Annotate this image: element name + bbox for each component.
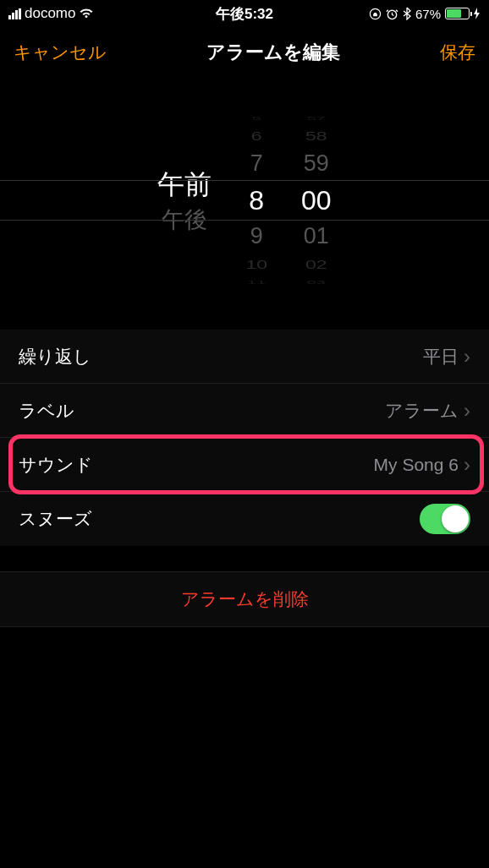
repeat-label: 繰り返し [19, 345, 91, 368]
save-button[interactable]: 保存 [440, 41, 475, 64]
minute-option: 03 [307, 281, 326, 284]
ampm-option: 午後 [162, 205, 207, 237]
status-right: 67% [369, 7, 481, 21]
cancel-button[interactable]: キャンセル [14, 41, 107, 64]
minute-option: 01 [304, 221, 329, 253]
hour-option: 5 [252, 117, 261, 120]
snooze-toggle[interactable] [420, 504, 470, 534]
label-label: ラベル [19, 399, 74, 423]
hour-option: 7 [250, 148, 263, 180]
hour-column[interactable]: 5 6 7 8 9 10 11 [245, 112, 267, 288]
label-row[interactable]: ラベル アラーム › [0, 384, 489, 438]
svg-rect-1 [373, 14, 377, 16]
hour-option: 9 [250, 221, 263, 253]
label-value: アラーム [385, 399, 459, 423]
sound-label: サウンド [19, 453, 93, 477]
minute-selected: 00 [301, 180, 332, 221]
hour-option: 10 [245, 258, 267, 272]
chevron-right-icon: › [464, 345, 470, 368]
chevron-right-icon: › [464, 453, 470, 477]
alarm-icon [386, 8, 398, 20]
sound-value: My Song 6 [374, 455, 459, 475]
carrier-label: docomo [25, 5, 75, 22]
hour-option: 6 [251, 129, 262, 144]
time-picker[interactable]: 午前 午後 5 6 7 8 9 10 11 57 58 59 00 01 02 … [0, 78, 489, 323]
battery-pct: 67% [415, 7, 441, 21]
minute-option: 59 [304, 148, 329, 180]
minute-option: 58 [305, 129, 327, 144]
battery-icon [445, 8, 470, 19]
wifi-icon [79, 8, 94, 19]
hour-selected: 8 [249, 180, 264, 221]
snooze-row: スヌーズ [0, 492, 489, 546]
signal-icon [8, 8, 21, 19]
nav-title: アラームを編集 [206, 40, 340, 65]
status-bar: docomo 午後5:32 67% [0, 0, 489, 27]
minute-option: 02 [305, 258, 327, 272]
settings-list: 繰り返し 平日 › ラベル アラーム › サウンド My Song 6 › スヌ… [0, 330, 489, 546]
charging-icon [474, 8, 481, 19]
bluetooth-icon [403, 7, 411, 20]
status-time: 午後5:32 [216, 4, 273, 24]
delete-section: アラームを削除 [0, 571, 489, 627]
delete-alarm-button[interactable]: アラームを削除 [0, 572, 489, 626]
rotation-lock-icon [369, 8, 382, 20]
ampm-column[interactable]: 午前 午後 [157, 164, 212, 237]
repeat-value: 平日 [423, 345, 459, 368]
chevron-right-icon: › [464, 399, 470, 423]
hour-option: 11 [247, 281, 266, 284]
status-left: docomo [8, 5, 94, 22]
repeat-row[interactable]: 繰り返し 平日 › [0, 330, 489, 384]
snooze-label: スヌーズ [19, 507, 92, 531]
sound-row[interactable]: サウンド My Song 6 › [0, 438, 489, 492]
minute-column[interactable]: 57 58 59 00 01 02 03 [301, 112, 332, 288]
nav-bar: キャンセル アラームを編集 保存 [0, 27, 489, 78]
minute-option: 57 [307, 117, 326, 120]
ampm-selected: 午前 [157, 164, 212, 205]
